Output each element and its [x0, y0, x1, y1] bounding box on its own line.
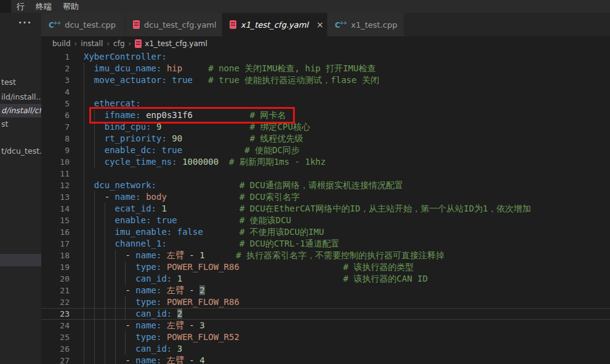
- code-line-13[interactable]: 13 - name: body # DCU索引名字: [41, 191, 610, 203]
- more-actions-icon[interactable]: ···: [18, 18, 32, 28]
- line-number: 7: [41, 121, 70, 133]
- indent-guide: [105, 238, 105, 250]
- line-number: 6: [41, 109, 70, 121]
- menu-item-终端[interactable]: 终端: [30, 0, 57, 13]
- token-key: XyberController:: [84, 52, 167, 61]
- line-number: 4: [41, 86, 70, 98]
- code-line-19[interactable]: 19 type: POWER_FLOW_R86 # 该执行器的类型: [41, 261, 610, 273]
- code-line-18[interactable]: 18 - name: 左臂 - 1 # 执行器索引名字，不需要控制的执行器可直接…: [41, 250, 610, 261]
- token-str: body: [146, 192, 167, 202]
- indent-guide: [94, 320, 95, 331]
- line-number: 21: [41, 285, 70, 296]
- tab-dcu_test_cfg.yaml[interactable]: dcu_test_cfg.yaml: [126, 13, 222, 36]
- token-plain: [161, 332, 166, 342]
- indent-guide: [94, 121, 95, 133]
- sidebar-empty-highlight-row[interactable]: [0, 254, 41, 266]
- code-content: ecat_id: 1 # DCU在EtherCAT网络中的ID，从主站开始，第一…: [70, 203, 610, 215]
- tab-x1_test_cfg.yaml[interactable]: x1_test_cfg.yaml×: [222, 13, 327, 36]
- sidebar-item[interactable]: st: [0, 117, 41, 131]
- code-line-27[interactable]: 27 - name: 左臂 - 4: [41, 355, 610, 364]
- sidebar-item[interactable]: ild/install...: [0, 90, 41, 104]
- indent-guide: [94, 144, 95, 156]
- token-comment: # 不使用该DCU的IMU: [203, 227, 324, 237]
- code-line-26[interactable]: 26 can_id: 3: [41, 343, 610, 355]
- breadcrumb-item-install[interactable]: install: [81, 39, 103, 48]
- sidebar-item[interactable]: t/dcu_test...: [0, 144, 41, 158]
- token-key: cycle_time_ns:: [105, 157, 177, 167]
- tab-label: dcu_test_cfg.yaml: [144, 20, 217, 30]
- token-key: type:: [135, 262, 161, 272]
- indent-guide: [84, 309, 84, 319]
- indent-guide: [94, 109, 95, 121]
- editor-group: C++dcu_test.cppdcu_test_cfg.yamlx1_test_…: [41, 13, 610, 364]
- code-line-24[interactable]: 24 - name: 左臂 - 3: [41, 320, 610, 331]
- code-line-17[interactable]: 17 channel_1: # DCU的CTRL-1通道配置: [41, 238, 610, 250]
- code-line-7[interactable]: 7 bind_cpu: 9 # 绑定CPU核心: [41, 121, 610, 133]
- indent-guide: [125, 273, 126, 285]
- token-comment: # DCU的CTRL-1通道配置: [167, 239, 340, 248]
- menu-item-帮助[interactable]: 帮助: [57, 0, 84, 13]
- line-number: 11: [41, 168, 70, 180]
- code-line-1[interactable]: 1XyberController:: [41, 51, 610, 63]
- sidebar-item[interactable]: d/install/cfg: [0, 104, 41, 117]
- token-key: can_id:: [135, 309, 172, 318]
- token-plain: -: [84, 285, 135, 295]
- tab-close-icon[interactable]: ×: [316, 20, 324, 29]
- tab-dcu_test.cpp[interactable]: C++dcu_test.cpp: [41, 13, 126, 36]
- code-line-23[interactable]: 23 can_id: 2: [41, 308, 610, 320]
- line-number: 12: [41, 180, 70, 191]
- code-content: XyberController:: [70, 51, 610, 63]
- indent-guide: [105, 320, 105, 331]
- indent-guide: [105, 343, 105, 355]
- tab-x1_test.cpp[interactable]: C++x1_test.cpp: [327, 13, 404, 36]
- code-line-12[interactable]: 12 dcu_network: # DCU通信网络，请根据实机连接情况配置: [41, 180, 610, 191]
- indent-guide: [84, 180, 84, 191]
- token-num: 1: [177, 274, 182, 283]
- menu-item-行[interactable]: 行: [11, 0, 30, 13]
- token-plain: -: [184, 320, 199, 330]
- breadcrumb-item-build[interactable]: build: [52, 39, 71, 48]
- sidebar-item[interactable]: test: [0, 76, 41, 89]
- code-line-15[interactable]: 15 enable: true # 使能该DCU: [41, 215, 610, 226]
- code-line-8[interactable]: 8 rt_priority: 90 # 线程优先级: [41, 133, 610, 144]
- code-content: imu_dcu_name: hip # none 关闭IMU检查, hip 打开…: [70, 63, 610, 74]
- code-line-6[interactable]: 6 ifname: enp0s31f6 # 网卡名: [41, 109, 610, 121]
- line-number: 13: [41, 191, 70, 203]
- code-line-22[interactable]: 22 type: POWER_FLOW_R86: [41, 296, 610, 308]
- indent-guide: [84, 215, 84, 226]
- code-editor[interactable]: 1XyberController:2 imu_dcu_name: hip # n…: [41, 51, 610, 364]
- code-line-2[interactable]: 2 imu_dcu_name: hip # none 关闭IMU检查, hip …: [41, 63, 610, 74]
- code-line-9[interactable]: 9 enable_dc: true # 使能DC同步: [41, 144, 610, 156]
- line-number: 15: [41, 215, 70, 226]
- cpp-file-icon: C++: [49, 20, 60, 30]
- line-number: 10: [41, 156, 70, 168]
- code-line-4[interactable]: 4: [41, 86, 610, 98]
- code-line-16[interactable]: 16 imu_enable: false # 不使用该DCU的IMU: [41, 226, 610, 238]
- code-content: type: POWER_FLOW_R86 # 该执行器的类型: [70, 261, 610, 273]
- indent-guide: [84, 63, 84, 74]
- code-line-3[interactable]: 3 move_actuator: true # true 使能执行器运动测试，f…: [41, 74, 610, 86]
- token-plain: [84, 98, 94, 108]
- token-comment: # 使能该DCU: [177, 215, 291, 225]
- code-line-11[interactable]: 11: [41, 168, 610, 180]
- indent-guide: [115, 355, 116, 364]
- line-number: 16: [41, 226, 70, 238]
- breadcrumb-item-cfg[interactable]: cfg: [113, 39, 124, 48]
- token-key: move_actuator:: [94, 75, 167, 85]
- code-line-21[interactable]: 21 - name: 左臂 - 2: [41, 285, 610, 296]
- line-number: 26: [41, 343, 70, 355]
- token-plain: -: [184, 250, 199, 260]
- code-line-20[interactable]: 20 can_id: 1 # 该执行器的CAN ID: [41, 273, 610, 285]
- token-plain: [172, 274, 177, 283]
- token-key: ethercat:: [94, 98, 141, 108]
- line-number: 5: [41, 98, 70, 109]
- token-key: name:: [135, 320, 161, 330]
- code-content: bind_cpu: 9 # 绑定CPU核心: [70, 121, 610, 133]
- indent-guide: [84, 226, 84, 238]
- breadcrumb-file[interactable]: x1_test_cfg.yaml: [135, 39, 207, 48]
- token-num: 3: [177, 344, 182, 354]
- code-line-5[interactable]: 5 ethercat:: [41, 98, 610, 109]
- code-line-25[interactable]: 25 type: POWER_FLOW_R52: [41, 331, 610, 343]
- code-line-10[interactable]: 10 cycle_time_ns: 1000000 # 刷新周期1ms - 1k…: [41, 156, 610, 168]
- code-line-14[interactable]: 14 ecat_id: 1 # DCU在EtherCAT网络中的ID，从主站开始…: [41, 203, 610, 215]
